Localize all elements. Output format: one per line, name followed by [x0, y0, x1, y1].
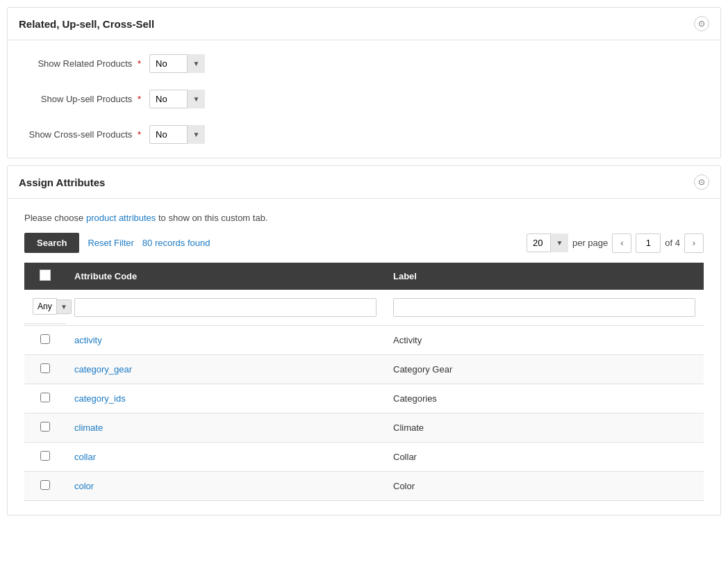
attribute-code-cell: collar	[66, 443, 385, 472]
checkbox-header	[24, 263, 66, 290]
attributes-table: Attribute Code Label Any ▼	[24, 263, 704, 501]
filter-label-cell	[385, 290, 704, 326]
attribute-label-text: Categories	[393, 393, 437, 404]
attribute-code-link[interactable]: color	[74, 481, 94, 491]
attribute-code-cell: climate	[66, 413, 385, 443]
attribute-label-cell: Category Gear	[385, 355, 704, 384]
assign-section-body: Please choose product attributes to show…	[8, 199, 720, 515]
table-row: collarCollar	[24, 443, 704, 472]
row-checkbox-cell	[24, 443, 66, 472]
table-row: category_idsCategories	[24, 384, 704, 413]
attribute-code-cell: color	[66, 472, 385, 501]
show-upsell-label: Show Up-sell Products *	[24, 94, 149, 104]
show-related-select[interactable]: No Yes	[149, 54, 205, 73]
row-checkbox-cell	[24, 355, 66, 384]
attribute-label-text: Climate	[393, 422, 424, 433]
table-row: category_gearCategory Gear	[24, 355, 704, 384]
attribute-code-link[interactable]: category_ids	[74, 393, 126, 404]
filter-code-input[interactable]	[74, 298, 377, 317]
attribute-label-cell: Activity	[385, 326, 704, 355]
assign-section-title: Assign Attributes	[19, 176, 105, 188]
show-upsell-row: Show Up-sell Products * No Yes ▼	[24, 90, 704, 108]
attribute-code-link[interactable]: collar	[74, 452, 96, 462]
filter-row: Any ▼	[24, 290, 704, 326]
show-related-select-wrapper: No Yes ▼	[149, 54, 205, 73]
row-checkbox-cell	[24, 413, 66, 443]
required-star: *	[138, 58, 141, 69]
attribute-label-text: Collar	[393, 452, 417, 462]
attribute-code-link[interactable]: activity	[74, 335, 102, 345]
show-related-row: Show Related Products * No Yes ▼	[24, 54, 704, 73]
show-crosssell-select[interactable]: No Yes	[149, 125, 205, 144]
required-star-2: *	[138, 94, 141, 104]
records-count: 80 records found	[142, 238, 210, 248]
row-checkbox[interactable]	[40, 334, 50, 344]
assign-section-header: Assign Attributes ⊙	[8, 166, 720, 199]
reset-filter-link[interactable]: Reset Filter	[88, 238, 133, 248]
assign-description: Please choose product attributes to show…	[24, 213, 704, 223]
assign-collapse-icon[interactable]: ⊙	[694, 174, 709, 190]
any-select-wrapper: Any ▼	[33, 298, 72, 315]
related-section-title: Related, Up-sell, Cross-Sell	[19, 18, 154, 30]
select-all-checkbox[interactable]	[40, 270, 51, 281]
assign-toolbar: Search Reset Filter 80 records found 20 …	[24, 233, 704, 253]
row-checkbox-cell	[24, 326, 66, 355]
filter-label-input[interactable]	[393, 298, 695, 317]
product-attributes-link[interactable]: product attributes	[86, 213, 156, 223]
show-upsell-select-wrapper: No Yes ▼	[149, 90, 205, 108]
filter-code-cell	[66, 290, 385, 326]
search-button[interactable]: Search	[24, 233, 79, 253]
any-select-arrow-icon: ▼	[57, 299, 72, 314]
related-upsell-crosssell-section: Related, Up-sell, Cross-Sell ⊙ Show Rela…	[7, 7, 721, 158]
next-page-button[interactable]: ›	[684, 233, 704, 253]
per-page-select-wrapper: 20 30 50 100 ▼	[527, 233, 568, 252]
related-section-header: Related, Up-sell, Cross-Sell ⊙	[8, 8, 720, 40]
show-crosssell-select-wrapper: No Yes ▼	[149, 125, 205, 144]
row-checkbox[interactable]	[40, 422, 50, 432]
attribute-label-cell: Color	[385, 472, 704, 501]
attribute-code-cell: category_gear	[66, 355, 385, 384]
show-crosssell-label: Show Cross-sell Products *	[24, 129, 149, 140]
attribute-label-text: Category Gear	[393, 364, 452, 375]
attribute-label-text: Color	[393, 481, 415, 491]
table-row: colorColor	[24, 472, 704, 501]
pagination-controls: 20 30 50 100 ▼ per page ‹ of 4 ›	[527, 233, 704, 253]
label-header: Label	[385, 263, 704, 290]
required-star-3: *	[138, 129, 141, 140]
table-header-row: Attribute Code Label	[24, 263, 704, 290]
per-page-label: per page	[572, 238, 608, 248]
related-section-body: Show Related Products * No Yes ▼ Show Up…	[8, 40, 720, 158]
table-row: activityActivity	[24, 326, 704, 355]
attribute-code-cell: activity	[66, 326, 385, 355]
row-checkbox[interactable]	[40, 363, 50, 373]
row-checkbox-cell	[24, 384, 66, 413]
show-upsell-select[interactable]: No Yes	[149, 90, 205, 108]
row-checkbox-cell	[24, 472, 66, 501]
row-checkbox[interactable]	[40, 451, 50, 461]
current-page-input[interactable]	[636, 233, 661, 253]
attribute-code-cell: category_ids	[66, 384, 385, 413]
attribute-label-cell: Collar	[385, 443, 704, 472]
filter-any-cell: Any ▼	[24, 290, 66, 324]
row-checkbox[interactable]	[40, 393, 50, 402]
prev-page-button[interactable]: ‹	[612, 233, 631, 253]
attribute-label-cell: Categories	[385, 384, 704, 413]
any-select[interactable]: Any	[33, 298, 57, 315]
attribute-code-link[interactable]: category_gear	[74, 364, 132, 375]
related-collapse-icon[interactable]: ⊙	[694, 16, 709, 31]
show-related-label: Show Related Products *	[24, 58, 149, 69]
attribute-code-link[interactable]: climate	[74, 422, 103, 433]
row-checkbox[interactable]	[40, 480, 50, 490]
per-page-select[interactable]: 20 30 50 100	[527, 233, 568, 252]
attribute-label-cell: Climate	[385, 413, 704, 443]
assign-attributes-section: Assign Attributes ⊙ Please choose produc…	[7, 165, 721, 516]
attribute-code-header: Attribute Code	[66, 263, 385, 290]
table-row: climateClimate	[24, 413, 704, 443]
attribute-label-text: Activity	[393, 335, 422, 345]
page-of-label: of 4	[665, 238, 680, 248]
show-crosssell-row: Show Cross-sell Products * No Yes ▼	[24, 125, 704, 144]
